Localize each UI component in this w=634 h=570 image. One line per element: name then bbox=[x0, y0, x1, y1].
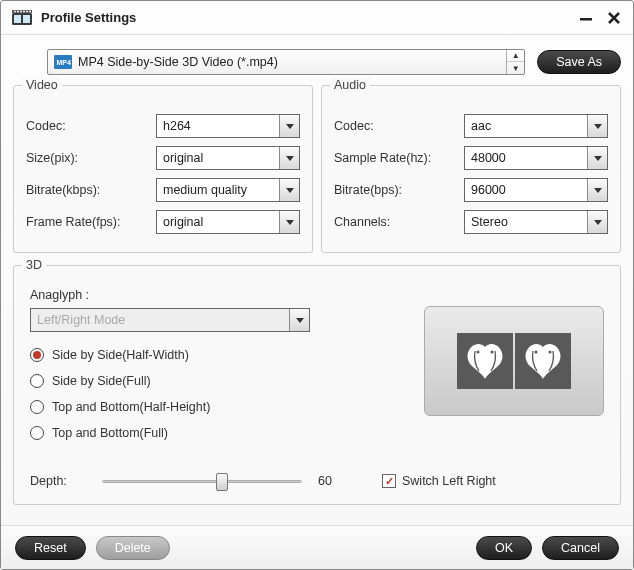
chevron-up-icon[interactable]: ▲ bbox=[507, 50, 524, 62]
radio-tb-full-label: Top and Bottom(Full) bbox=[52, 426, 168, 440]
radio-sbs-full[interactable]: Side by Side(Full) bbox=[30, 368, 394, 394]
chevron-down-icon[interactable] bbox=[279, 211, 299, 233]
anaglyph-mode-combobox[interactable]: Left/Right Mode bbox=[30, 308, 310, 332]
anaglyph-mode-value: Left/Right Mode bbox=[31, 313, 289, 327]
svg-rect-10 bbox=[580, 18, 592, 21]
depth-slider[interactable] bbox=[102, 472, 302, 490]
svg-rect-5 bbox=[17, 10, 19, 12]
chevron-down-icon[interactable] bbox=[279, 115, 299, 137]
svg-point-15 bbox=[535, 351, 538, 354]
audio-codec-label: Codec: bbox=[334, 119, 464, 133]
threeD-right bbox=[424, 288, 604, 446]
video-size-label: Size(pix): bbox=[26, 151, 156, 165]
switch-lr-label: Switch Left Right bbox=[402, 474, 496, 488]
depth-label: Depth: bbox=[30, 474, 86, 488]
anaglyph-label: Anaglyph : bbox=[30, 288, 394, 302]
svg-rect-2 bbox=[23, 15, 30, 23]
svg-point-14 bbox=[491, 351, 494, 354]
chevron-down-icon[interactable] bbox=[279, 147, 299, 169]
video-size-value: original bbox=[157, 151, 279, 165]
preview-right-tile bbox=[515, 333, 571, 389]
dialog-body: MP4 MP4 Side-by-Side 3D Video (*.mp4) ▲ … bbox=[1, 35, 633, 525]
chevron-down-icon[interactable]: ▼ bbox=[507, 62, 524, 74]
preview-left-tile bbox=[457, 333, 513, 389]
video-size-combobox[interactable]: original bbox=[156, 146, 300, 170]
minimize-button[interactable] bbox=[577, 9, 595, 27]
threeD-left: Anaglyph : Left/Right Mode Side by Side(… bbox=[30, 288, 394, 446]
radio-tb-half[interactable]: Top and Bottom(Half-Height) bbox=[30, 394, 394, 420]
chevron-down-icon[interactable] bbox=[289, 309, 309, 331]
video-title: Video bbox=[22, 78, 62, 92]
svg-point-16 bbox=[549, 351, 552, 354]
audio-channels-combobox[interactable]: Stereo bbox=[464, 210, 608, 234]
radio-dot-icon bbox=[30, 374, 44, 388]
video-bitrate-combobox[interactable]: medium quality bbox=[156, 178, 300, 202]
radio-sbs-half[interactable]: Side by Side(Half-Width) bbox=[30, 342, 394, 368]
depth-value: 60 bbox=[318, 474, 346, 488]
audio-bitrate-combobox[interactable]: 96000 bbox=[464, 178, 608, 202]
checkbox-icon bbox=[382, 474, 396, 488]
close-button[interactable] bbox=[605, 9, 623, 27]
delete-button[interactable]: Delete bbox=[96, 536, 170, 560]
radio-dot-icon bbox=[30, 348, 44, 362]
av-columns: Video Codec: h264 Size(pix): original bbox=[13, 85, 621, 253]
audio-codec-combobox[interactable]: aac bbox=[464, 114, 608, 138]
svg-rect-7 bbox=[23, 10, 25, 12]
svg-rect-1 bbox=[14, 15, 21, 23]
audio-bitrate-label: Bitrate(bps): bbox=[334, 183, 464, 197]
video-group: Video Codec: h264 Size(pix): original bbox=[13, 85, 313, 253]
chevron-down-icon[interactable] bbox=[279, 179, 299, 201]
audio-samplerate-combobox[interactable]: 48000 bbox=[464, 146, 608, 170]
chevron-down-icon[interactable] bbox=[587, 147, 607, 169]
window-title: Profile Settings bbox=[41, 10, 567, 25]
svg-rect-9 bbox=[29, 10, 31, 12]
audio-channels-label: Channels: bbox=[334, 215, 464, 229]
video-framerate-combobox[interactable]: original bbox=[156, 210, 300, 234]
slider-track bbox=[102, 480, 302, 483]
svg-rect-6 bbox=[20, 10, 22, 12]
profile-combobox[interactable]: MP4 MP4 Side-by-Side 3D Video (*.mp4) ▲ … bbox=[47, 49, 525, 75]
switch-lr-checkbox[interactable]: Switch Left Right bbox=[382, 474, 496, 488]
chevron-down-icon[interactable] bbox=[587, 115, 607, 137]
depth-row: Depth: 60 Switch Left Right bbox=[30, 472, 604, 490]
svg-rect-4 bbox=[14, 10, 16, 12]
audio-channels-value: Stereo bbox=[465, 215, 587, 229]
profile-value: MP4 Side-by-Side 3D Video (*.mp4) bbox=[78, 55, 506, 69]
reset-button[interactable]: Reset bbox=[15, 536, 86, 560]
radio-dot-icon bbox=[30, 400, 44, 414]
save-as-button[interactable]: Save As bbox=[537, 50, 621, 74]
chevron-down-icon[interactable] bbox=[587, 179, 607, 201]
app-icon bbox=[11, 7, 33, 29]
threeD-title: 3D bbox=[22, 258, 46, 272]
profile-spin[interactable]: ▲ ▼ bbox=[506, 50, 524, 74]
radio-tb-full[interactable]: Top and Bottom(Full) bbox=[30, 420, 394, 446]
radio-sbs-full-label: Side by Side(Full) bbox=[52, 374, 151, 388]
video-codec-value: h264 bbox=[157, 119, 279, 133]
radio-tb-half-label: Top and Bottom(Half-Height) bbox=[52, 400, 210, 414]
video-framerate-value: original bbox=[157, 215, 279, 229]
chevron-down-icon[interactable] bbox=[587, 211, 607, 233]
audio-group: Audio Codec: aac Sample Rate(hz): 48000 bbox=[321, 85, 621, 253]
audio-bitrate-value: 96000 bbox=[465, 183, 587, 197]
radio-dot-icon bbox=[30, 426, 44, 440]
video-bitrate-label: Bitrate(kbps): bbox=[26, 183, 156, 197]
slider-thumb[interactable] bbox=[216, 473, 228, 491]
audio-codec-value: aac bbox=[465, 119, 587, 133]
video-codec-combobox[interactable]: h264 bbox=[156, 114, 300, 138]
video-codec-label: Codec: bbox=[26, 119, 156, 133]
audio-samplerate-label: Sample Rate(hz): bbox=[334, 151, 464, 165]
video-bitrate-value: medium quality bbox=[157, 183, 279, 197]
cancel-button[interactable]: Cancel bbox=[542, 536, 619, 560]
radio-sbs-half-label: Side by Side(Half-Width) bbox=[52, 348, 189, 362]
audio-samplerate-value: 48000 bbox=[465, 151, 587, 165]
svg-text:MP4: MP4 bbox=[57, 59, 72, 66]
titlebar: Profile Settings bbox=[1, 1, 633, 35]
ok-button[interactable]: OK bbox=[476, 536, 532, 560]
svg-rect-8 bbox=[26, 10, 28, 12]
threeD-group: 3D Anaglyph : Left/Right Mode Side by Si… bbox=[13, 265, 621, 505]
video-framerate-label: Frame Rate(fps): bbox=[26, 215, 156, 229]
svg-point-13 bbox=[477, 351, 480, 354]
top-row: MP4 MP4 Side-by-Side 3D Video (*.mp4) ▲ … bbox=[47, 49, 621, 75]
audio-title: Audio bbox=[330, 78, 370, 92]
mp4-icon: MP4 bbox=[54, 55, 72, 69]
